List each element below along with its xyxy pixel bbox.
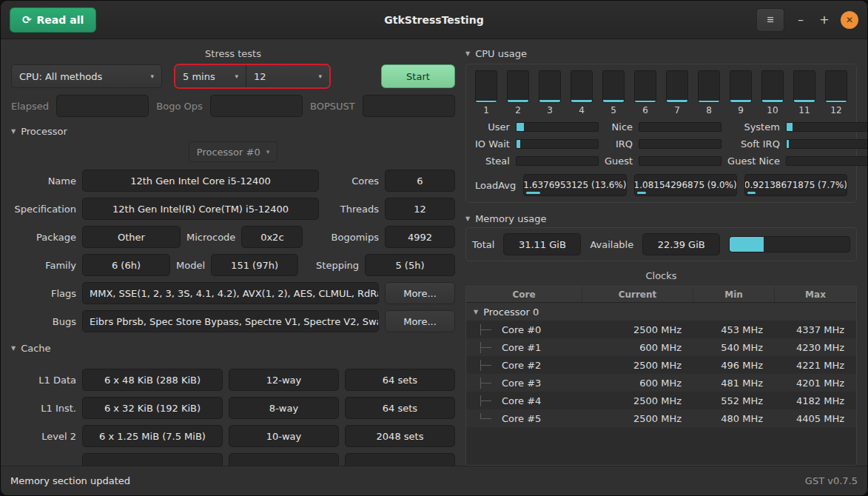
core-meter-fill [667, 100, 687, 102]
cache-row-clipped [11, 453, 455, 466]
loadavg-5min: 1.08154296875 (9.0%) [634, 174, 737, 196]
stress-method-value: CPU: All methods [19, 71, 102, 82]
cache-expander[interactable]: ▼ Cache [11, 343, 455, 354]
core-meter-fill [603, 100, 624, 102]
core-meter-number: 1 [475, 105, 497, 115]
clocks-group-row[interactable]: ▼ Processor 0 [466, 303, 856, 321]
stepping-label: Stepping [304, 260, 359, 271]
core-meter-bar [539, 70, 561, 103]
headerbar: ⟳ Read all GtkStressTesting ≡ – + ✕ [1, 1, 867, 39]
triangle-down-icon: ▼ [465, 50, 470, 57]
core-meter-bar [730, 70, 752, 103]
model-label: Model [176, 260, 205, 271]
usage-bar-fill [787, 123, 793, 131]
processor-expander[interactable]: ▼ Processor [11, 126, 455, 137]
usage-bar-nice [639, 122, 721, 132]
read-all-button[interactable]: ⟳ Read all [10, 7, 96, 33]
core-meter-fill [635, 101, 656, 102]
menu-button[interactable]: ≡ [756, 8, 784, 32]
cache-ways-field [229, 453, 339, 466]
usage-bar-guest-nice [786, 156, 867, 166]
clock-row-core1[interactable]: Core #1 600 MHz 540 MHz 4230 MHz [466, 338, 856, 356]
clock-row-core5[interactable]: Core #5 2500 MHz 480 MHz 4405 MHz [466, 409, 856, 427]
clock-row-core2[interactable]: Core #2 2500 MHz 496 MHz 4221 MHz [466, 356, 856, 374]
clocks-group-label: Processor 0 [483, 306, 539, 318]
usage-label-io-wait: IO Wait [475, 138, 510, 150]
bopsust-label: BOPSUST [310, 101, 355, 112]
stress-tests-title: Stress tests [11, 48, 455, 59]
clock-core-name: Core #5 [466, 413, 582, 424]
core-meter-fill [539, 100, 560, 102]
stress-duration-dropdown[interactable]: 5 mins ▾ [175, 65, 246, 87]
stepping-field: 5 (5h) [365, 254, 455, 276]
chevron-down-icon: ▾ [318, 73, 322, 80]
bogo-ops-label: Bogo Ops [156, 101, 202, 112]
usage-bars-grid: User Nice System IO Wait IRQ Soft IRQ St… [472, 121, 850, 167]
usage-bar-guest [639, 156, 721, 166]
cpu-core-meter: 1 [475, 70, 497, 115]
close-button[interactable]: ✕ [841, 11, 858, 29]
clock-row-core0[interactable]: Core #0 2500 MHz 453 MHz 4337 MHz [466, 321, 856, 338]
minimize-button[interactable]: – [793, 13, 808, 27]
cpu-usage-expander[interactable]: ▼ CPU usage [465, 48, 857, 59]
cache-row-level2: Level 2 6 x 1.25 MiB (7.5 MiB) 10-way 20… [11, 425, 455, 447]
maximize-icon: + [819, 13, 829, 27]
statusbar: Memory section updated GST v0.7.5 [1, 466, 867, 495]
stress-method-dropdown[interactable]: CPU: All methods ▾ [11, 64, 162, 88]
cpu-usage-panel: 1 2 3 4 5 6 7 8 9 10 11 12 User Nice [465, 64, 857, 203]
processor-row-flags: Flags MMX, SSE(1, 2, 3, 3S, 4.1, 4.2), A… [11, 282, 455, 304]
flags-field: MMX, SSE(1, 2, 3, 3S, 4.1, 4.2), AVX(1, … [82, 282, 379, 304]
usage-label-nice: Nice [612, 121, 633, 133]
usage-label-steal: Steal [485, 155, 510, 167]
clock-current: 2500 MHz [582, 324, 693, 335]
model-field: 151 (97h) [211, 254, 298, 276]
clock-max: 4337 MHz [775, 324, 856, 335]
loadavg-label: LoadAvg [475, 180, 516, 191]
specification-label: Specification [11, 204, 76, 215]
clock-min: 496 MHz [693, 360, 775, 371]
processor-selector-dropdown[interactable]: Processor #0 ▾ [189, 141, 277, 162]
core-meter-fill [476, 101, 497, 102]
memory-usage-expander[interactable]: ▼ Memory usage [465, 213, 857, 224]
cores-label: Cores [325, 175, 379, 187]
clock-max: 4201 MHz [775, 378, 856, 389]
loadavg-value: 1.6376953125 (13.6%) [523, 180, 626, 190]
package-label: Package [11, 232, 76, 243]
clock-row-core3[interactable]: Core #3 600 MHz 481 MHz 4201 MHz [466, 374, 856, 392]
cache-row-l1-data: L1 Data 6 x 48 KiB (288 KiB) 12-way 64 s… [11, 369, 455, 391]
start-button[interactable]: Start [381, 64, 455, 88]
core-meter-bar [602, 70, 625, 103]
core-meter-fill [571, 100, 592, 102]
cache-size-field [82, 453, 223, 466]
maximize-button[interactable]: + [817, 13, 832, 27]
clock-row-core4[interactable]: Core #4 2500 MHz 552 MHz 4182 MHz [466, 392, 856, 409]
core-meter-fill [794, 100, 815, 102]
elapsed-field [56, 95, 149, 117]
clocks-table-header: Core Current Min Max [466, 286, 856, 303]
stress-workers-dropdown[interactable]: 12 ▾ [246, 65, 329, 87]
memory-usage-panel: Total 31.11 GiB Available 22.39 GiB [465, 227, 857, 261]
clock-current: 2500 MHz [582, 395, 693, 406]
core-meter-bar [666, 70, 688, 103]
processor-row-name: Name 12th Gen Intel Core i5-12400 Cores … [11, 170, 455, 192]
usage-bar-fill [517, 140, 521, 148]
column-header-min: Min [693, 286, 775, 302]
usage-bar-io-wait [516, 139, 599, 149]
read-all-label: Read all [37, 14, 84, 26]
chevron-down-icon: ▾ [266, 148, 270, 155]
processor-row-family: Family 6 (6h) Model 151 (97h) Stepping 5… [11, 254, 455, 276]
core-meter-bar [507, 70, 529, 103]
loadavg-levelbar [526, 192, 540, 194]
bugs-more-button[interactable]: More... [385, 310, 455, 332]
cache-row-label: Level 2 [11, 431, 76, 442]
loadavg-value: 1.08154296875 (9.0%) [634, 180, 737, 190]
elapsed-label: Elapsed [11, 101, 49, 112]
triangle-down-icon: ▼ [465, 215, 470, 222]
usage-bar-fill [517, 123, 524, 131]
app-version: GST v0.7.5 [805, 475, 858, 486]
main-content: Stress tests CPU: All methods ▾ 5 mins ▾… [1, 39, 867, 466]
cpu-core-meter: 4 [571, 70, 593, 115]
clock-current: 2500 MHz [582, 360, 693, 371]
flags-more-button[interactable]: More... [385, 282, 455, 304]
usage-bar-steal [516, 156, 599, 166]
